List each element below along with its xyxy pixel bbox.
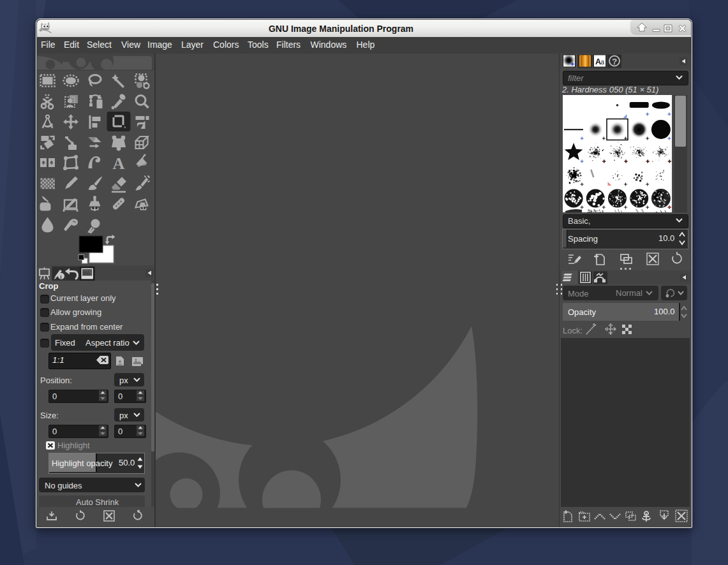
svg-text:a: a [601,59,605,66]
svg-text:A: A [113,154,125,173]
svg-text:?: ? [612,57,617,66]
